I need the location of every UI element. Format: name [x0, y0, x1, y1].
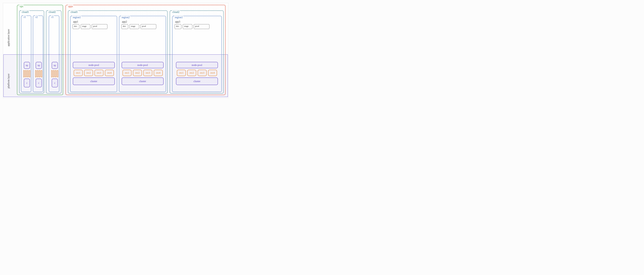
application-layer-label: application layer [7, 29, 10, 46]
region-label: region2 [121, 16, 130, 19]
cluster: cluster [176, 78, 218, 85]
svc: svc4 [105, 70, 114, 76]
ops-cloud2-r1: r1 np c [49, 16, 60, 92]
apps-group: apps cloud1 region1 app1 dev stage prod … [66, 5, 226, 95]
node-pool-box: np [36, 62, 42, 69]
ops-cloud1-r1-label: r1 [23, 16, 26, 19]
node-pool-box: np [24, 62, 30, 69]
apps-cloud1-label: cloud1 [70, 11, 78, 14]
ops-cloud1: cloud1 r1 np c r2 np c [19, 11, 44, 94]
ops-cloud2-r1-label: r1 [51, 16, 54, 19]
env-dev: dev [174, 24, 182, 29]
node-pool: node-pool [176, 62, 218, 68]
apps-cloud1-region2: region2 app2 dev stage prod node-pool sv… [119, 16, 166, 92]
node-pool: node-pool [73, 62, 115, 68]
svc-bars [35, 70, 42, 77]
apps-cloud1: cloud1 region1 app1 dev stage prod node-… [68, 11, 168, 94]
app-label: app3 [175, 20, 220, 23]
env-stage: stage [130, 24, 139, 29]
apps-cloud1-region1: region1 app1 dev stage prod node-pool sv… [70, 16, 117, 92]
cluster: cluster [73, 78, 115, 85]
env-dev: dev [121, 24, 128, 29]
svc: svc2 [187, 70, 196, 76]
cluster-box: c [24, 79, 30, 87]
svc: svc2 [133, 70, 142, 76]
ops-label: ops [19, 5, 24, 8]
svc: svc1 [122, 70, 132, 76]
svc-bars [51, 70, 58, 77]
node-pool-box: np [52, 62, 58, 69]
svc: svc3 [94, 70, 104, 76]
svc: svc2 [84, 70, 93, 76]
app-label: app2 [122, 20, 164, 23]
ops-cloud1-r2-label: r2 [35, 16, 38, 19]
svc: svc4 [208, 70, 217, 76]
env-prod: prod [92, 24, 108, 29]
apps-label: apps [68, 5, 74, 8]
ops-cloud1-r2: r2 np c [33, 16, 43, 92]
ops-cloud1-label: cloud1 [21, 11, 30, 14]
apps-cloud2-region1: region1 app3 dev stage prod node-pool sv… [172, 16, 222, 92]
svc: svc3 [198, 70, 206, 76]
app-label: app1 [73, 20, 116, 23]
node-pool: node-pool [122, 62, 164, 68]
env-dev: dev [72, 24, 80, 29]
svc: svc4 [154, 70, 163, 76]
region-label: region1 [72, 16, 81, 19]
env-stage: stage [81, 24, 90, 29]
env-prod: prod [140, 24, 156, 29]
ops-cloud2: cloud2 r1 np c [46, 11, 62, 94]
svc: svc1 [74, 70, 83, 76]
ops-group: ops cloud1 r1 np c r2 np c [17, 5, 63, 95]
cluster: cluster [122, 78, 164, 85]
svc: svc1 [177, 70, 186, 76]
ops-cloud1-r1: r1 np c [21, 16, 31, 92]
cluster-box: c [52, 79, 58, 87]
apps-cloud2: cloud2 region1 app3 dev stage prod node-… [170, 11, 224, 94]
env-prod: prod [194, 24, 210, 29]
env-stage: stage [183, 24, 192, 29]
apps-cloud2-label: cloud2 [172, 11, 180, 14]
architecture-diagram: application layer platform layer ops clo… [3, 3, 228, 98]
ops-cloud2-label: cloud2 [48, 11, 56, 14]
svc: svc3 [143, 70, 152, 76]
cluster-box: c [36, 79, 42, 87]
svc-bars [24, 70, 30, 77]
region-label: region1 [174, 16, 183, 19]
